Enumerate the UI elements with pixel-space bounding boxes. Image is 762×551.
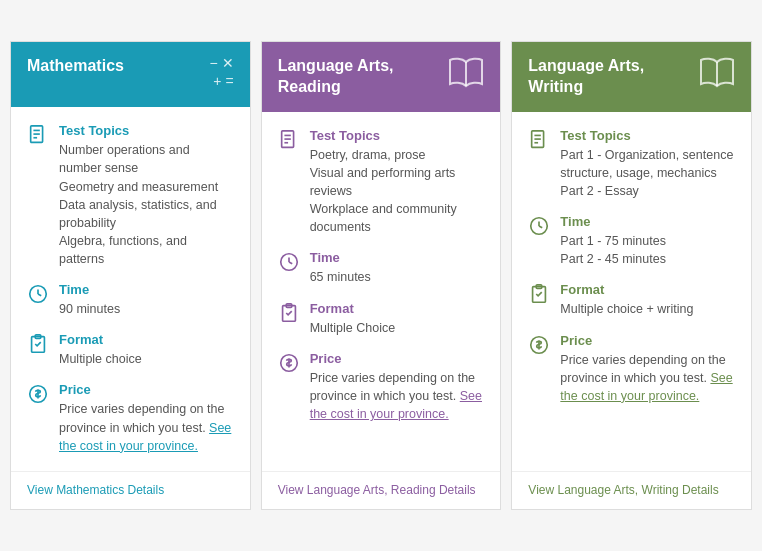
add-icon[interactable]: + bbox=[213, 74, 221, 88]
book-icon bbox=[699, 76, 735, 91]
section-document-lang-read: Test TopicsPoetry, drama, proseVisual an… bbox=[278, 128, 485, 237]
section-title-1-lang-write: Time bbox=[560, 214, 666, 229]
section-clock-lang-read: Time65 minutes bbox=[278, 250, 485, 286]
section-clipboard-math: FormatMultiple choice bbox=[27, 332, 234, 368]
dollar-icon bbox=[27, 383, 49, 405]
section-content-3-math: PricePrice varies depending on the provi… bbox=[59, 382, 234, 454]
section-clipboard-lang-read: FormatMultiple Choice bbox=[278, 301, 485, 337]
section-text-2-lang-read: Multiple Choice bbox=[310, 319, 395, 337]
section-title-1-math: Time bbox=[59, 282, 120, 297]
section-content-2-math: FormatMultiple choice bbox=[59, 332, 142, 368]
menu-icon[interactable]: = bbox=[225, 74, 233, 88]
section-text-0-lang-read: Poetry, drama, proseVisual and performin… bbox=[310, 146, 485, 237]
svg-line-18 bbox=[289, 262, 292, 264]
dollar-icon bbox=[528, 334, 550, 356]
section-text-1-lang-write: Part 1 - 75 minutesPart 2 - 45 minutes bbox=[560, 232, 666, 268]
section-content-0-lang-read: Test TopicsPoetry, drama, proseVisual an… bbox=[310, 128, 485, 237]
section-title-3-math: Price bbox=[59, 382, 234, 397]
clipboard-icon bbox=[278, 302, 300, 324]
section-content-2-lang-write: FormatMultiple choice + writing bbox=[560, 282, 693, 318]
card-title-lang-write: Language Arts, Writing bbox=[528, 56, 699, 98]
section-content-0-math: Test TopicsNumber operations and number … bbox=[59, 123, 234, 268]
section-title-3-lang-read: Price bbox=[310, 351, 485, 366]
card-header-right-math: − ✕ + = bbox=[209, 56, 233, 88]
card-title-lang-read: Language Arts, Reading bbox=[278, 56, 449, 98]
svg-line-30 bbox=[539, 226, 542, 228]
document-icon bbox=[278, 129, 300, 151]
clock-icon bbox=[27, 283, 49, 305]
card-lang-read: Language Arts, Reading Test TopicsPoetry… bbox=[261, 41, 502, 510]
minimize-icon[interactable]: − bbox=[209, 56, 217, 70]
section-title-2-lang-write: Format bbox=[560, 282, 693, 297]
card-header-lang-write: Language Arts, Writing bbox=[512, 42, 751, 112]
card-math: Mathematics − ✕ + = Test TopicsNumber op… bbox=[10, 41, 251, 510]
section-title-0-lang-read: Test Topics bbox=[310, 128, 485, 143]
clock-icon bbox=[278, 251, 300, 273]
card-footer-lang-write: View Language Arts, Writing Details bbox=[512, 471, 751, 509]
section-content-3-lang-read: PricePrice varies depending on the provi… bbox=[310, 351, 485, 423]
document-icon bbox=[27, 124, 49, 146]
section-content-2-lang-read: FormatMultiple Choice bbox=[310, 301, 395, 337]
card-header-math: Mathematics − ✕ + = bbox=[11, 42, 250, 107]
section-content-0-lang-write: Test TopicsPart 1 - Organization, senten… bbox=[560, 128, 735, 200]
clipboard-icon bbox=[528, 283, 550, 305]
section-text-3-math: Price varies depending on the province i… bbox=[59, 400, 234, 454]
section-title-2-math: Format bbox=[59, 332, 142, 347]
card-header-right-lang-read bbox=[448, 56, 484, 91]
section-text-2-lang-write: Multiple choice + writing bbox=[560, 300, 693, 318]
svg-line-6 bbox=[38, 294, 41, 296]
section-content-1-lang-write: TimePart 1 - 75 minutesPart 2 - 45 minut… bbox=[560, 214, 666, 268]
section-document-lang-write: Test TopicsPart 1 - Organization, senten… bbox=[528, 128, 735, 200]
section-content-3-lang-write: PricePrice varies depending on the provi… bbox=[560, 333, 735, 405]
section-text-1-math: 90 minutes bbox=[59, 300, 120, 318]
document-icon bbox=[528, 129, 550, 151]
section-clock-math: Time90 minutes bbox=[27, 282, 234, 318]
section-dollar-lang-write: PricePrice varies depending on the provi… bbox=[528, 333, 735, 405]
section-title-1-lang-read: Time bbox=[310, 250, 371, 265]
section-document-math: Test TopicsNumber operations and number … bbox=[27, 123, 234, 268]
clipboard-icon bbox=[27, 333, 49, 355]
card-lang-write: Language Arts, Writing Test TopicsPart 1… bbox=[511, 41, 752, 510]
section-text-0-math: Number operations and number senseGeomet… bbox=[59, 141, 234, 268]
section-text-2-math: Multiple choice bbox=[59, 350, 142, 368]
card-body-math: Test TopicsNumber operations and number … bbox=[11, 107, 250, 471]
close-icon[interactable]: ✕ bbox=[222, 56, 234, 70]
section-text-3-lang-read: Price varies depending on the province i… bbox=[310, 369, 485, 423]
section-title-0-lang-write: Test Topics bbox=[560, 128, 735, 143]
card-footer-lang-read: View Language Arts, Reading Details bbox=[262, 471, 501, 509]
card-body-lang-write: Test TopicsPart 1 - Organization, senten… bbox=[512, 112, 751, 471]
book-icon bbox=[448, 76, 484, 91]
section-content-1-math: Time90 minutes bbox=[59, 282, 120, 318]
card-header-right-lang-write bbox=[699, 56, 735, 91]
card-footer-math: View Mathematics Details bbox=[11, 471, 250, 509]
section-text-0-lang-write: Part 1 - Organization, sentence structur… bbox=[560, 146, 735, 200]
footer-link-math[interactable]: View Mathematics Details bbox=[27, 483, 164, 497]
section-dollar-lang-read: PricePrice varies depending on the provi… bbox=[278, 351, 485, 423]
section-clipboard-lang-write: FormatMultiple choice + writing bbox=[528, 282, 735, 318]
footer-link-lang-write[interactable]: View Language Arts, Writing Details bbox=[528, 483, 718, 497]
card-header-lang-read: Language Arts, Reading bbox=[262, 42, 501, 112]
section-text-3-lang-write: Price varies depending on the province i… bbox=[560, 351, 735, 405]
section-clock-lang-write: TimePart 1 - 75 minutesPart 2 - 45 minut… bbox=[528, 214, 735, 268]
section-dollar-math: PricePrice varies depending on the provi… bbox=[27, 382, 234, 454]
clock-icon bbox=[528, 215, 550, 237]
section-text-1-lang-read: 65 minutes bbox=[310, 268, 371, 286]
section-content-1-lang-read: Time65 minutes bbox=[310, 250, 371, 286]
footer-link-lang-read[interactable]: View Language Arts, Reading Details bbox=[278, 483, 476, 497]
card-body-lang-read: Test TopicsPoetry, drama, proseVisual an… bbox=[262, 112, 501, 471]
cards-container: Mathematics − ✕ + = Test TopicsNumber op… bbox=[0, 31, 762, 520]
section-title-0-math: Test Topics bbox=[59, 123, 234, 138]
section-title-2-lang-read: Format bbox=[310, 301, 395, 316]
card-title-math: Mathematics bbox=[27, 56, 124, 77]
section-title-3-lang-write: Price bbox=[560, 333, 735, 348]
dollar-icon bbox=[278, 352, 300, 374]
